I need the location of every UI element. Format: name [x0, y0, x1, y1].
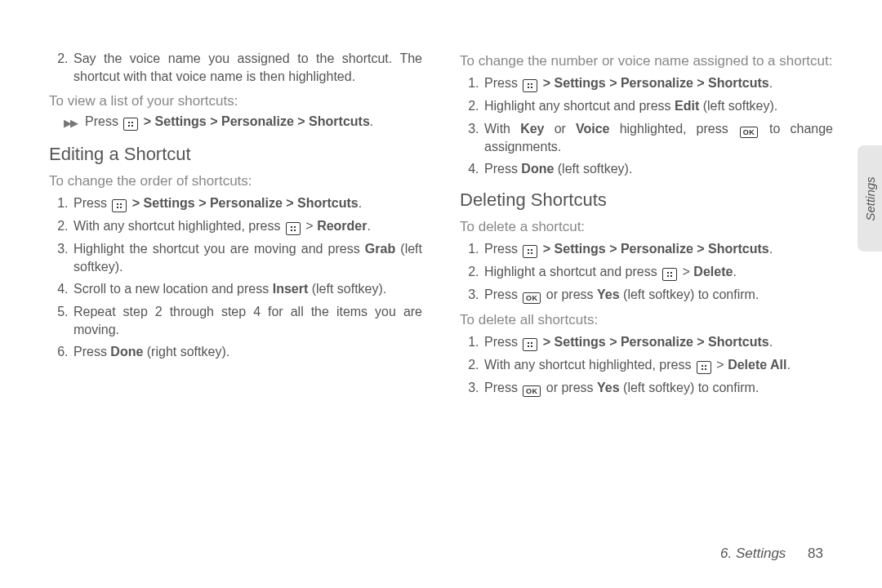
text: (left softkey). — [308, 282, 386, 296]
yes-label: Yes — [597, 381, 620, 394]
menu-key-icon — [523, 79, 537, 92]
insert-label: Insert — [273, 282, 309, 296]
text: Press — [484, 381, 521, 394]
menu-key-icon — [112, 199, 127, 212]
view-shortcuts-text: Press > Settings > Personalize > Shortcu… — [85, 114, 373, 131]
yes-label: Yes — [597, 287, 620, 301]
period: . — [769, 242, 773, 256]
delete-label: Delete — [693, 265, 733, 278]
text: With any shortcut highlighted, press — [484, 358, 695, 372]
nav-path: > Settings > Personalize > Shortcuts — [539, 76, 768, 90]
edit-order-intro: To change the order of shortcuts: — [49, 173, 422, 189]
period: . — [733, 265, 736, 278]
bullet-arrow-icon: ▶▶ — [64, 114, 77, 132]
menu-key-icon — [523, 245, 537, 258]
heading-deleting-shortcuts: Deleting Shortcuts — [460, 189, 833, 211]
text: Scroll to a new location and press — [74, 282, 273, 296]
text: (left softkey). — [699, 99, 777, 113]
text: Press — [484, 162, 521, 176]
menu-key-icon — [286, 222, 301, 235]
text: or press — [542, 287, 597, 301]
footer-page-number: 83 — [808, 546, 823, 561]
text: > — [713, 358, 728, 372]
delete-one-intro: To delete a shortcut: — [460, 219, 833, 235]
text: > — [679, 265, 693, 278]
delall-step-2: With any shortcut highlighted, press > D… — [483, 356, 833, 374]
side-tab-settings: Settings — [858, 145, 882, 252]
period: . — [359, 196, 362, 210]
change-step-1: Press > Settings > Personalize > Shortcu… — [483, 74, 833, 92]
grab-label: Grab — [365, 242, 395, 256]
period: . — [370, 114, 373, 128]
menu-key-icon — [662, 268, 677, 281]
text: Press — [484, 335, 521, 349]
voice-step-list: Say the voice name you assigned to the s… — [49, 50, 422, 85]
text: Press — [484, 242, 521, 256]
footer-chapter: 6. Settings — [720, 546, 786, 561]
delete-all-steps: Press > Settings > Personalize > Shortcu… — [460, 333, 833, 397]
edit-step-5: Repeat step 2 through step 4 for all the… — [72, 303, 422, 338]
reorder-label: Reorder — [317, 219, 367, 233]
view-shortcuts-intro: To view a list of your shortcuts: — [49, 93, 422, 109]
period: . — [786, 358, 790, 372]
edit-step-3: Highlight the shortcut you are moving an… — [72, 240, 422, 275]
edit-step-1: Press > Settings > Personalize > Shortcu… — [72, 194, 422, 212]
del1-step-2: Highlight a shortcut and press > Delete. — [483, 263, 833, 281]
change-step-2: Highlight any shortcut and press Edit (l… — [483, 97, 833, 115]
done-label: Done — [521, 162, 554, 176]
nav-path: > Settings > Personalize > Shortcuts — [128, 196, 358, 210]
key-label: Key — [520, 122, 544, 136]
ok-key-icon: OK — [740, 127, 758, 138]
view-shortcuts-bullet: ▶▶ Press > Settings > Personalize > Shor… — [64, 114, 422, 132]
text: Press — [484, 287, 521, 301]
manual-page: Say the voice name you assigned to the s… — [0, 0, 882, 588]
text: Press — [484, 76, 521, 90]
text: (left softkey) to confirm. — [620, 287, 760, 301]
text: (right softkey). — [143, 345, 229, 359]
text: highlighted, press — [610, 122, 738, 136]
text: Press — [74, 196, 110, 210]
delete-all-label: Delete All — [728, 358, 786, 372]
text: Highlight any shortcut and press — [484, 99, 675, 113]
voice-label: Voice — [576, 122, 610, 136]
delete-one-steps: Press > Settings > Personalize > Shortcu… — [460, 240, 833, 304]
del1-step-3: Press OK or press Yes (left softkey) to … — [483, 286, 833, 304]
edit-label: Edit — [675, 99, 699, 113]
change-assign-steps: Press > Settings > Personalize > Shortcu… — [460, 74, 833, 178]
edit-order-steps: Press > Settings > Personalize > Shortcu… — [49, 194, 422, 361]
text: Highlight a shortcut and press — [484, 265, 661, 278]
text: Highlight the shortcut you are moving an… — [74, 242, 365, 256]
text: (left softkey). — [554, 162, 632, 176]
text: With — [484, 122, 520, 136]
delall-step-1: Press > Settings > Personalize > Shortcu… — [483, 333, 833, 351]
heading-editing-shortcut: Editing a Shortcut — [49, 144, 422, 165]
text: > — [302, 219, 317, 233]
voice-step-2: Say the voice name you assigned to the s… — [72, 50, 422, 85]
period: . — [769, 335, 773, 349]
change-step-3: With Key or Voice highlighted, press OK … — [483, 120, 833, 156]
page-footer: 6. Settings 83 — [720, 546, 823, 562]
side-tab-label: Settings — [863, 176, 877, 220]
edit-step-6: Press Done (right softkey). — [72, 343, 422, 361]
nav-path: > Settings > Personalize > Shortcuts — [539, 242, 768, 256]
menu-key-icon — [697, 361, 711, 374]
nav-path: > Settings > Personalize > Shortcuts — [539, 335, 768, 349]
ok-key-icon: OK — [523, 292, 541, 304]
text: Press — [74, 345, 110, 359]
nav-path: > Settings > Personalize > Shortcuts — [144, 114, 370, 128]
menu-key-icon — [523, 338, 537, 351]
change-assign-intro: To change the number or voice name assig… — [460, 53, 833, 69]
ok-key-icon: OK — [523, 385, 541, 397]
text: or — [545, 122, 577, 136]
period: . — [368, 219, 371, 233]
text: (left softkey) to confirm. — [620, 381, 760, 394]
delete-all-intro: To delete all shortcuts: — [460, 312, 833, 328]
edit-step-4: Scroll to a new location and press Inser… — [72, 280, 422, 298]
press-label: Press — [85, 114, 118, 128]
del1-step-1: Press > Settings > Personalize > Shortcu… — [483, 240, 833, 258]
text: With any shortcut highlighted, press — [74, 219, 284, 233]
delall-step-3: Press OK or press Yes (left softkey) to … — [483, 379, 833, 397]
edit-step-2: With any shortcut highlighted, press > R… — [72, 217, 422, 235]
text: or press — [542, 381, 597, 394]
period: . — [769, 76, 773, 90]
